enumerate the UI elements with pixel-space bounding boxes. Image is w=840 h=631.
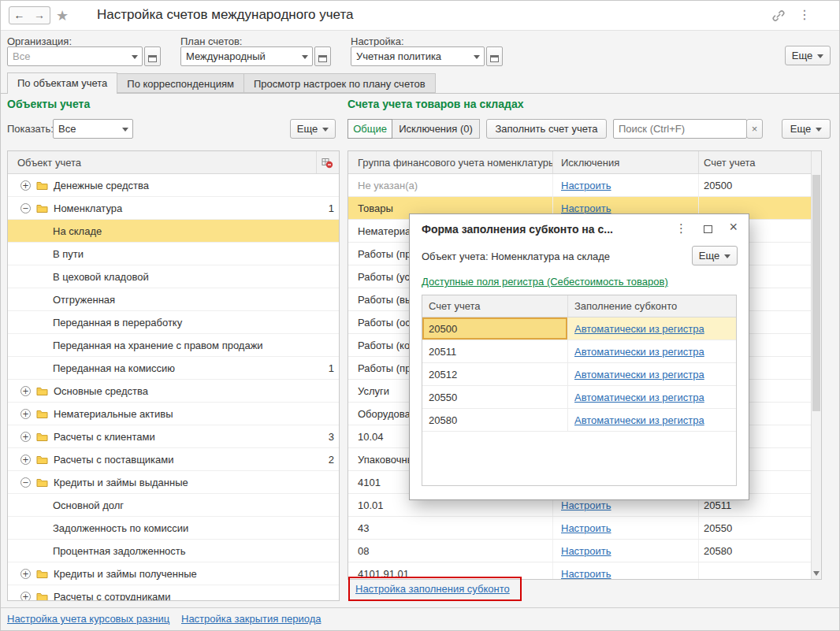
tree-row[interactable]: +Нематериальные активы <box>8 403 339 425</box>
auto-fill-link[interactable]: Автоматически из регистра <box>574 369 704 380</box>
tab-by-correspondence[interactable]: По корреспонденциям <box>117 73 244 93</box>
auto-fill-link[interactable]: Автоматически из регистра <box>574 323 704 335</box>
configure-link[interactable]: Настроить <box>561 545 611 557</box>
subconto-fill-settings-link[interactable]: Настройка заполнения субконто <box>355 583 510 595</box>
expander-icon[interactable]: + <box>20 592 31 602</box>
forward-button[interactable]: → <box>29 6 50 24</box>
tree-row[interactable]: +Расчеты с поставщиками2 <box>8 448 339 471</box>
more-button-right-panel[interactable]: Еще <box>782 119 831 139</box>
tree-row[interactable]: +Расчеты с клиентами3 <box>8 425 339 448</box>
tree-row[interactable]: +Денежные средства <box>8 174 339 197</box>
scroll-down-icon[interactable] <box>813 571 820 576</box>
configure-link[interactable]: Настроить <box>561 202 611 214</box>
dropdown-caret-icon[interactable] <box>474 55 480 59</box>
organization-input[interactable] <box>8 48 128 65</box>
tree-row[interactable]: +Расчеты с сотрудниками <box>8 585 339 601</box>
tree-row-count: 1 <box>314 202 334 214</box>
expander-icon[interactable]: − <box>20 477 31 488</box>
show-filter-field[interactable] <box>53 119 133 139</box>
vertical-scrollbar[interactable] <box>811 151 821 579</box>
account-row[interactable]: 4101.91.01Настроить <box>348 562 811 580</box>
configure-link[interactable]: Настроить <box>561 180 611 191</box>
expander-icon[interactable]: − <box>20 203 31 213</box>
show-label: Показать: <box>7 123 54 135</box>
tree-row[interactable]: Процентная задолженность <box>8 540 339 562</box>
setting-choose-button[interactable] <box>486 46 503 66</box>
common-toggle[interactable]: Общие <box>348 119 392 139</box>
tree-row[interactable]: Переданная на комиссию1 <box>8 357 339 380</box>
dropdown-caret-icon[interactable] <box>302 55 308 59</box>
subconto-row[interactable]: 20550Автоматически из регистра <box>422 386 736 409</box>
chart-of-accounts-choose-button[interactable] <box>314 46 331 66</box>
more-button-top[interactable]: Еще <box>785 46 831 65</box>
fill-account-button[interactable]: Заполнить счет учета <box>486 119 607 139</box>
account-row[interactable]: Не указан(а)Настроить20500 <box>348 174 811 197</box>
expander-icon[interactable]: + <box>20 569 31 579</box>
more-button-left-panel[interactable]: Еще <box>290 119 336 139</box>
period-closing-settings-link[interactable]: Настройка закрытия периода <box>181 613 321 625</box>
tree-row[interactable]: Задолженность по комиссии <box>8 517 339 540</box>
organization-field[interactable] <box>7 46 143 66</box>
link-icon[interactable] <box>771 9 786 25</box>
tree-row[interactable]: В пути <box>8 243 339 265</box>
tree-row[interactable]: Переданная в переработку <box>8 311 339 334</box>
tab-view-settings-by-chart[interactable]: Просмотр настроек по плану счетов <box>243 73 436 93</box>
account-row[interactable]: 08Настроить20580 <box>348 540 811 562</box>
tree-row[interactable]: Переданная на хранение с правом продажи <box>8 334 339 357</box>
exceptions-toggle[interactable]: Исключения (0) <box>392 119 480 139</box>
dropdown-caret-icon[interactable] <box>122 128 128 132</box>
auto-fill-link[interactable]: Автоматически из регистра <box>574 346 704 358</box>
search-clear-button[interactable]: × <box>746 119 763 139</box>
exchange-rate-settings-link[interactable]: Настройка учета курсовых разниц <box>7 613 169 625</box>
tree-row-label: Нематериальные активы <box>54 408 173 420</box>
back-button[interactable]: ← <box>9 6 30 24</box>
configure-link[interactable]: Настроить <box>561 499 611 511</box>
account-row[interactable]: 43Настроить20550 <box>348 517 811 540</box>
dropdown-caret-icon[interactable] <box>132 55 138 59</box>
tree-row[interactable]: −Номенклатура1 <box>8 197 339 220</box>
tree-row[interactable]: В цеховой кладовой <box>8 265 339 288</box>
chart-of-accounts-field[interactable] <box>180 46 313 66</box>
tree-row[interactable]: Основной долг <box>8 494 339 517</box>
tree-row[interactable]: +Основные средства <box>8 380 339 403</box>
subconto-row[interactable]: 20511Автоматически из регистра <box>422 340 736 363</box>
more-button-dialog[interactable]: Еще <box>692 246 738 265</box>
tree-row[interactable]: +Кредиты и займы полученные <box>8 562 339 585</box>
tree-row[interactable]: На складе <box>8 220 339 243</box>
kebab-menu-icon[interactable]: ⋮ <box>798 7 811 22</box>
expander-icon[interactable]: + <box>20 386 31 396</box>
subconto-row[interactable]: 20512Автоматически из регистра <box>422 363 736 386</box>
auto-fill-link[interactable]: Автоматически из регистра <box>574 414 704 426</box>
column-header-group: Группа финансового учета номенклатуры <box>348 151 553 173</box>
objects-panel-title: Объекты учета <box>7 98 90 110</box>
close-icon[interactable]: × <box>729 219 738 236</box>
configure-link[interactable]: Настроить <box>561 522 611 534</box>
setting-field[interactable] <box>351 46 485 66</box>
configure-link[interactable]: Настроить <box>561 568 611 580</box>
tree-row-label: Переданная в переработку <box>53 317 182 328</box>
favorites-star-icon[interactable]: ★ <box>56 7 69 24</box>
expander-icon[interactable]: + <box>20 455 31 465</box>
auto-fill-link[interactable]: Автоматически из регистра <box>574 392 704 403</box>
dialog-kebab-icon[interactable]: ⋮ <box>675 221 687 236</box>
tree-row[interactable]: Отгруженная <box>8 288 339 311</box>
tree-row[interactable]: −Кредиты и займы выданные <box>8 471 339 494</box>
show-filter-input[interactable] <box>54 121 118 137</box>
expander-icon[interactable]: + <box>20 180 31 191</box>
register-fields-link[interactable]: Доступные поля регистра (Себестоимость т… <box>422 276 668 288</box>
account-cell <box>699 562 811 580</box>
exclusions-header-icon[interactable] <box>322 158 333 171</box>
expander-icon[interactable]: + <box>20 409 31 419</box>
setting-input[interactable] <box>351 48 470 65</box>
organization-choose-button[interactable] <box>144 46 161 66</box>
tree-row-count: 1 <box>314 362 334 374</box>
search-field[interactable] <box>613 119 747 139</box>
expander-icon[interactable]: + <box>20 432 31 442</box>
subconto-row[interactable]: 20580Автоматически из регистра <box>422 409 736 432</box>
tab-by-accounting-objects[interactable]: По объектам учета <box>7 72 117 94</box>
search-input[interactable] <box>614 121 742 137</box>
scrollbar-thumb[interactable] <box>812 175 820 411</box>
chart-of-accounts-input[interactable] <box>181 48 298 65</box>
subconto-row[interactable]: 20500Автоматически из регистра <box>422 317 736 340</box>
maximize-icon[interactable] <box>704 225 712 233</box>
